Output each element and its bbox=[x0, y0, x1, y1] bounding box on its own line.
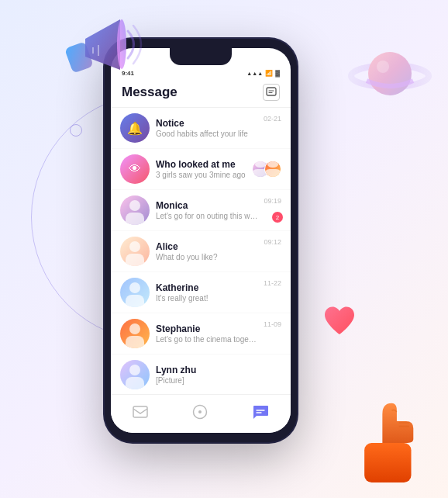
nav-discover[interactable] bbox=[192, 404, 208, 420]
avatar-monica bbox=[120, 195, 150, 225]
avatar-notice: 🔔 bbox=[120, 113, 150, 143]
msg-time-alice: 09:12 bbox=[264, 238, 281, 246]
svg-rect-7 bbox=[364, 443, 411, 482]
signal-icon: ▲▲▲ bbox=[246, 71, 263, 76]
message-item-wla[interactable]: 👁 Who looked at me 3 girls saw you 3mine… bbox=[111, 149, 291, 190]
avatar-alice bbox=[120, 237, 150, 266]
status-icons: ▲▲▲ 📶 ▓ bbox=[246, 70, 280, 77]
message-list: 🔔 Notice Good habits affect your life 02… bbox=[111, 108, 291, 392]
msg-preview-notice: Good habits affect your life bbox=[156, 130, 257, 138]
msg-preview-katherine: It's really great! bbox=[156, 294, 257, 303]
msg-time-stephanie: 11-09 bbox=[264, 320, 281, 328]
message-item-notice[interactable]: 🔔 Notice Good habits affect your life 02… bbox=[111, 108, 291, 149]
message-item-katherine[interactable]: Katherine It's really great! 11-22 bbox=[111, 272, 291, 313]
msg-preview-monica: Let's go for on outing this weekend- bbox=[156, 212, 257, 220]
msg-name-notice: Notice bbox=[156, 118, 257, 129]
svg-rect-9 bbox=[133, 406, 147, 417]
msg-name-katherine: Katherine bbox=[156, 282, 257, 293]
msg-content-lynn: Lynn zhu [Picture] bbox=[156, 365, 275, 385]
message-item-monica[interactable]: Monica Let's go for on outing this weeke… bbox=[111, 190, 291, 231]
compose-icon[interactable] bbox=[263, 84, 280, 101]
heart-decoration bbox=[320, 302, 359, 347]
svg-rect-8 bbox=[267, 88, 276, 95]
msg-preview-alice: What do you like? bbox=[156, 253, 257, 261]
badge-monica: 2 bbox=[272, 212, 283, 223]
message-item-lynn[interactable]: Lynn zhu [Picture] bbox=[111, 354, 291, 392]
msg-name-wla: Who looked at me bbox=[156, 159, 246, 170]
msg-content-katherine: Katherine It's really great! bbox=[156, 282, 257, 303]
msg-preview-lynn: [Picture] bbox=[156, 376, 275, 385]
phone-screen: 9:41 ▲▲▲ 📶 ▓ Message bbox=[111, 48, 291, 433]
avatar-stephanie bbox=[120, 319, 150, 348]
message-item-alice[interactable]: Alice What do you like? 09:12 bbox=[111, 231, 291, 272]
nav-mail[interactable] bbox=[133, 406, 148, 418]
msg-name-stephanie: Stephanie bbox=[156, 323, 257, 334]
avatar-katherine bbox=[120, 278, 150, 307]
msg-content-stephanie: Stephanie Let's go to the cinema togethe… bbox=[156, 323, 257, 344]
battery-icon: ▓ bbox=[275, 70, 280, 77]
svg-point-5 bbox=[368, 52, 412, 95]
msg-name-monica: Monica bbox=[156, 200, 257, 211]
phone-notch bbox=[170, 48, 232, 65]
hand-decoration bbox=[347, 382, 425, 482]
wla-avatar-2 bbox=[264, 161, 281, 178]
msg-time-katherine: 11-22 bbox=[264, 279, 281, 287]
msg-name-alice: Alice bbox=[156, 241, 257, 252]
msg-content-alice: Alice What do you like? bbox=[156, 241, 257, 261]
msg-preview-stephanie: Let's go to the cinema together bbox=[156, 335, 257, 344]
planet-decoration bbox=[347, 39, 432, 109]
msg-content-notice: Notice Good habits affect your life bbox=[156, 118, 257, 138]
msg-content-wla: Who looked at me 3 girls saw you 3mine a… bbox=[156, 159, 246, 179]
nav-message[interactable] bbox=[252, 404, 269, 420]
svg-point-1 bbox=[117, 19, 126, 69]
small-circle-decoration bbox=[70, 124, 82, 137]
svg-point-6 bbox=[377, 61, 389, 73]
msg-name-lynn: Lynn zhu bbox=[156, 365, 275, 375]
msg-time-monica: 09:19 bbox=[264, 197, 281, 205]
wifi-icon: 📶 bbox=[265, 70, 273, 77]
avatar-wla: 👁 bbox=[120, 154, 150, 184]
msg-preview-wla: 3 girls saw you 3mine ago bbox=[156, 171, 246, 179]
message-item-stephanie[interactable]: Stephanie Let's go to the cinema togethe… bbox=[111, 313, 291, 354]
msg-time-notice: 02-21 bbox=[264, 115, 281, 123]
megaphone-decoration bbox=[47, 4, 147, 105]
msg-content-monica: Monica Let's go for on outing this weeke… bbox=[156, 200, 257, 220]
bottom-nav bbox=[111, 394, 291, 433]
svg-point-11 bbox=[198, 410, 202, 413]
wla-profile-pics bbox=[252, 161, 281, 178]
scene: 9:41 ▲▲▲ 📶 ▓ Message bbox=[0, 0, 448, 498]
avatar-lynn bbox=[120, 360, 150, 389]
